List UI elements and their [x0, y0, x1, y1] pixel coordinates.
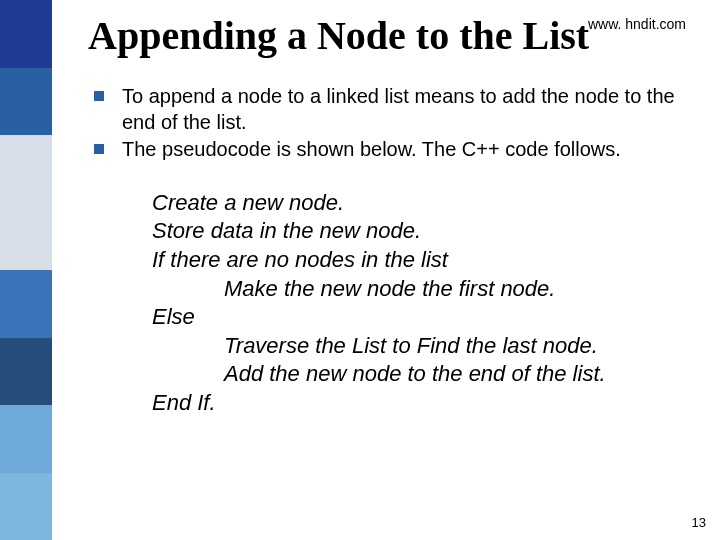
pseudo-line-indented: Traverse the List to Find the last node.: [152, 332, 690, 361]
bullet-item: To append a node to a linked list means …: [94, 84, 690, 135]
bullet-square-icon: [94, 144, 104, 154]
page-number: 13: [692, 515, 706, 530]
pseudocode-block: Create a new node. Store data in the new…: [152, 189, 690, 418]
sidebar-block: [0, 270, 52, 338]
sidebar-block: [0, 338, 52, 406]
pseudo-line: Else: [152, 304, 195, 329]
bullet-text: To append a node to a linked list means …: [122, 85, 675, 133]
sidebar-block: [0, 135, 52, 203]
pseudo-line: End If.: [152, 390, 216, 415]
pseudo-line: Create a new node.: [152, 190, 344, 215]
sidebar-block: [0, 0, 52, 68]
decorative-sidebar: [0, 0, 52, 540]
bullet-item: The pseudocode is shown below. The C++ c…: [94, 137, 690, 163]
pseudo-line: Store data in the new node.: [152, 218, 421, 243]
bullet-text: The pseudocode is shown below. The C++ c…: [122, 138, 621, 160]
pseudo-line: If there are no nodes in the list: [152, 247, 448, 272]
sidebar-block: [0, 473, 52, 541]
sidebar-block: [0, 405, 52, 473]
pseudo-line-indented: Add the new node to the end of the list.: [152, 360, 690, 389]
watermark-text: www. hndit.com: [588, 16, 686, 32]
sidebar-block: [0, 68, 52, 136]
bullet-list: To append a node to a linked list means …: [94, 84, 690, 163]
sidebar-block: [0, 203, 52, 271]
pseudo-line-indented: Make the new node the first node.: [152, 275, 690, 304]
bullet-square-icon: [94, 91, 104, 101]
slide-content: Appending a Node to the List www. hndit.…: [52, 0, 720, 540]
